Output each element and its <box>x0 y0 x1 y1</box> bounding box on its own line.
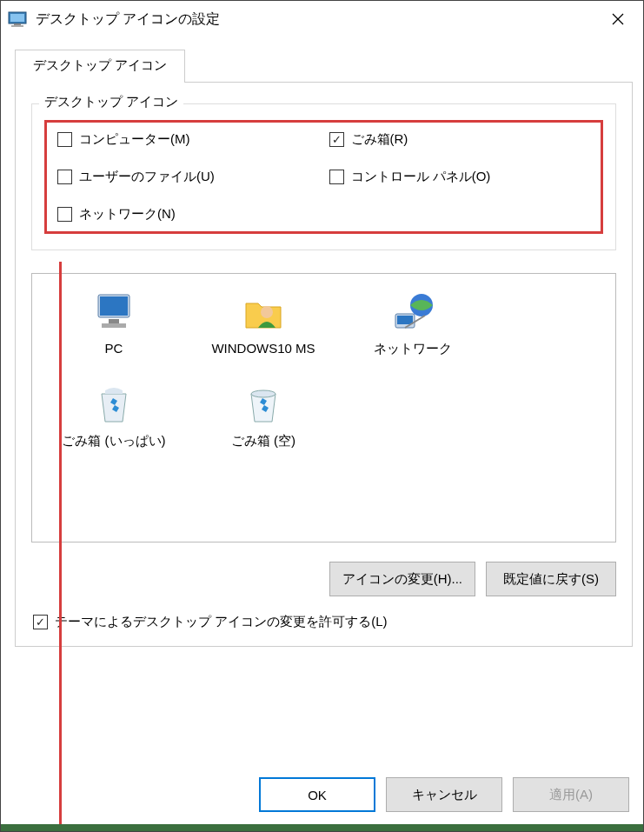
icon-buttons-row: アイコンの変更(H)... 既定値に戻す(S) <box>31 562 616 596</box>
icon-preview-box: PC WINDOWS10 MS <box>31 273 616 542</box>
checkbox-icon <box>33 615 48 629</box>
checkbox-icon <box>329 132 344 147</box>
preview-item-recycle-full[interactable]: ごみ箱 (いっぱい) <box>62 382 166 449</box>
preview-label: PC <box>105 340 123 357</box>
checkbox-icon <box>57 207 72 222</box>
network-icon <box>390 290 435 335</box>
checkbox-icon <box>57 170 72 184</box>
checkbox-icon <box>57 132 72 147</box>
tab-desktop-icons[interactable]: デスクトップ アイコン <box>15 50 185 83</box>
recycle-bin-full-icon <box>91 382 136 427</box>
annotation-callout-line <box>59 262 62 827</box>
change-icon-button[interactable]: アイコンの変更(H)... <box>329 562 475 596</box>
apply-button[interactable]: 適用(A) <box>513 777 629 812</box>
checkbox-label: コントロール パネル(O) <box>351 169 491 185</box>
preview-label: WINDOWS10 MS <box>211 340 315 357</box>
checkbox-label: ごみ箱(R) <box>351 131 408 148</box>
svg-rect-1 <box>10 14 24 22</box>
preview-item-network[interactable]: ネットワーク <box>361 290 465 357</box>
svg-rect-9 <box>102 323 126 328</box>
preview-label: ごみ箱 (空) <box>231 432 295 449</box>
app-icon <box>8 10 27 29</box>
titlebar: デスクトップ アイコンの設定 <box>1 1 643 37</box>
window-title: デスクトップ アイコンの設定 <box>36 10 596 29</box>
checkbox-label: テーマによるデスクトップ アイコンの変更を許可する(L) <box>55 614 388 630</box>
allow-theme-change-checkbox[interactable]: テーマによるデスクトップ アイコンの変更を許可する(L) <box>31 614 616 630</box>
svg-rect-3 <box>11 25 23 27</box>
dialog-button-row: OK キャンセル 適用(A) <box>259 777 629 812</box>
tab-content: デスクトップ アイコン コンピューター(M) ごみ箱(R) ユーザーのファイル(… <box>15 83 633 647</box>
close-button[interactable] <box>596 3 640 36</box>
preview-item-recycle-empty[interactable]: ごみ箱 (空) <box>211 382 315 449</box>
group-label: デスクトップ アイコン <box>39 94 183 110</box>
preview-label: ごみ箱 (いっぱい) <box>62 432 165 449</box>
svg-point-10 <box>261 306 273 318</box>
checkbox-icon <box>329 170 344 184</box>
svg-rect-12 <box>397 316 413 324</box>
cancel-button[interactable]: キャンセル <box>386 777 502 812</box>
tabstrip: デスクトップ アイコン <box>15 50 633 83</box>
checkbox-label: ネットワーク(N) <box>79 206 176 223</box>
svg-point-15 <box>251 390 276 397</box>
recycle-bin-empty-icon <box>241 382 286 427</box>
desktop-icons-group: デスクトップ アイコン コンピューター(M) ごみ箱(R) ユーザーのファイル(… <box>31 103 616 250</box>
checkbox-controlpanel[interactable]: コントロール パネル(O) <box>324 169 596 185</box>
checkbox-network[interactable]: ネットワーク(N) <box>52 206 324 223</box>
svg-rect-2 <box>14 23 21 25</box>
annotation-highlight-box: コンピューター(M) ごみ箱(R) ユーザーのファイル(U) コントロール パネ… <box>44 120 603 234</box>
preview-item-pc[interactable]: PC <box>62 290 166 357</box>
user-folder-icon <box>241 290 286 335</box>
restore-default-button[interactable]: 既定値に戻す(S) <box>486 562 616 596</box>
checkbox-label: コンピューター(M) <box>79 131 190 148</box>
checkbox-recyclebin[interactable]: ごみ箱(R) <box>324 131 596 148</box>
checkbox-label: ユーザーのファイル(U) <box>79 169 215 185</box>
bottom-accent-bar <box>1 824 643 831</box>
pc-icon <box>91 290 136 335</box>
close-icon <box>612 13 624 25</box>
preview-label: ネットワーク <box>374 340 452 357</box>
checkbox-userfiles[interactable]: ユーザーのファイル(U) <box>52 169 324 185</box>
preview-item-user[interactable]: WINDOWS10 MS <box>211 290 315 357</box>
svg-rect-7 <box>100 296 128 316</box>
checkbox-computer[interactable]: コンピューター(M) <box>52 131 324 148</box>
svg-rect-8 <box>109 319 119 323</box>
ok-button[interactable]: OK <box>259 777 375 812</box>
